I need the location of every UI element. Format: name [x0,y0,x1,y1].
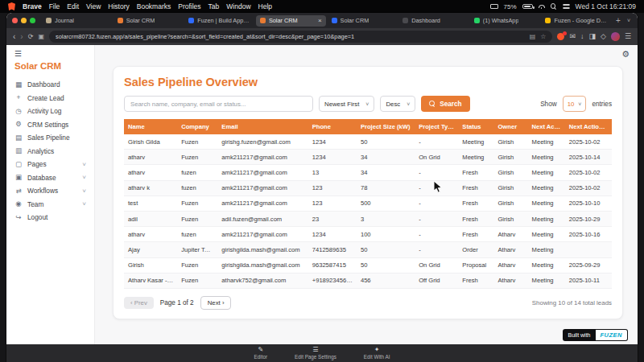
menu-help[interactable]: Help [258,2,272,10]
tab-solar-crm[interactable]: Solar CRM× [256,15,326,27]
tab-journal[interactable]: Journal [42,15,112,27]
reload-button[interactable]: ⟳ [28,33,34,41]
cell: 50 [357,257,415,273]
search-button[interactable]: Search [421,96,469,112]
display-icon[interactable] [490,4,498,9]
table-row: adilFuzenadil.fuzen@gmail.com233-FreshGi… [124,211,612,226]
new-tab-button[interactable]: + [614,17,622,25]
per-page-select[interactable]: 10 ˅ [563,96,587,112]
close-window-button[interactable] [12,18,18,23]
brave-logo-icon[interactable] [8,2,15,10]
column-header-phone: Phone [308,119,357,134]
browser-menu-icon[interactable]: ☰ [625,33,631,40]
tab-search-button[interactable]: ˅ [625,17,632,25]
cell: 1234 [308,227,357,242]
search-button-label: Search [440,101,461,108]
sidebar-item-team[interactable]: ◉Team˅ [6,198,94,212]
cell: - [415,227,458,242]
sidebar-item-sales-pipeline[interactable]: ▤Sales Pipeline [6,131,94,145]
sort-field-select[interactable]: Newest First ˅ [319,96,374,112]
wifi-icon[interactable] [539,5,545,9]
hamburger-menu-icon[interactable]: ☰ [14,50,86,58]
sidebar-item-label: Pages [27,160,47,168]
menu-brave[interactable]: Brave [23,2,42,10]
menu-profiles[interactable]: Profiles [178,2,200,10]
macos-menu-bar: BraveFileEditViewHistoryBookmarksProfile… [0,0,644,13]
url-field[interactable]: solarcrm80732.fuzen.app/a/sales_pipeline… [49,31,552,43]
minimize-window-button[interactable] [21,18,27,23]
cell: 50 [357,242,415,257]
table-row: GirishFuzengirishgilda.mash@gmail.com963… [124,257,612,273]
download-icon[interactable]: ↓ [580,33,584,40]
menubar-clock[interactable]: Wed 1 Oct 16:21:09 [576,2,636,10]
cell: 500 [357,195,415,211]
tab-1-whatsapp[interactable]: (1) WhatsApp [470,15,540,27]
sidebar-item-pages[interactable]: ▢Pages˅ [6,158,94,171]
sidebar-item-create-lead[interactable]: +Create Lead [6,92,94,105]
built-with-fuzen-badge[interactable]: Built with FUZEN [563,329,628,341]
prev-page-button[interactable]: ‹ Prev [124,297,154,309]
solar-crm-icon [118,18,123,23]
cell: 34 [357,150,415,165]
bookmark-star-icon[interactable]: ☆ [540,33,546,40]
editor-bar-editor[interactable]: ✎Editor [254,347,267,360]
editor-bar-edit-page-settings[interactable]: ☰Edit Page Settings [295,347,336,360]
search-input[interactable] [124,96,313,112]
control-center-icon[interactable] [563,3,570,10]
sidebar-item-activity-log[interactable]: ◷Activity Log [6,105,94,118]
settings-gear-icon[interactable]: ⚙ [621,49,630,60]
chevron-down-icon: ˅ [82,187,86,195]
tab-solar-crm[interactable]: Solar CRM [328,15,398,27]
column-header-project-size-kw: Project Size (kW) [357,119,415,134]
extensions-button[interactable] [557,33,564,40]
sidebar-item-dashboard[interactable]: ▦Dashboard [6,78,94,92]
sidebar-item-logout[interactable]: ↪Logout [6,211,94,224]
reader-mode-icon[interactable]: ▤ [530,33,536,40]
sidebar-item-label: Create Lead [27,94,64,102]
menu-view[interactable]: View [86,2,101,10]
next-page-button[interactable]: Next › [200,296,232,310]
battery-icon[interactable] [522,4,533,9]
cell: atharv [124,227,177,242]
split-view-icon[interactable]: ◨ [588,33,596,40]
tab-fuzen-build-apps-witho[interactable]: Fuzen | Build Apps Witho... [184,15,254,27]
menu-edit[interactable]: Edit [67,2,79,10]
cell: amk211217@gmail.com [217,150,308,165]
cell: adil.fuzen@gmail.com [217,211,308,226]
menu-file[interactable]: File [49,2,60,10]
sort-direction-select[interactable]: Desc ˅ [380,96,415,112]
tab-solar-crm[interactable]: Solar CRM [114,15,184,27]
menu-bookmarks[interactable]: Bookmarks [137,2,171,10]
zoom-window-button[interactable] [30,18,35,23]
editor-bar-edit-with-ai[interactable]: ✦Edit With AI [364,347,390,360]
page-title: Sales Pipeline Overview [124,76,612,88]
cell: Meeting [528,211,565,226]
cell: Girish [493,165,527,180]
forward-button[interactable]: › [20,33,23,41]
tab-dashboard[interactable]: Dashboard [398,15,469,27]
tab-title: Solar CRM [341,17,369,24]
sidebar-item-database[interactable]: ▣Database˅ [6,171,94,185]
menu-history[interactable]: History [108,2,129,10]
bookmarks-icon[interactable]: ▣ [38,33,44,40]
menu-tab[interactable]: Tab [208,2,220,10]
drive-icon [545,18,551,23]
close-tab-icon[interactable]: × [318,17,322,24]
window-controls [12,18,35,23]
cell: Girish [493,211,527,226]
table-row: Girish GildaFuzengirishg.fuzen@gmail.com… [124,134,612,150]
menu-window[interactable]: Window [226,2,250,10]
back-button[interactable]: ‹ [13,33,15,41]
cell: 100 [357,227,415,242]
profile-avatar[interactable] [611,32,620,41]
pipeline-icon: ▤ [14,134,23,142]
sidebar-item-analytics[interactable]: ▥Analytics [6,145,94,158]
fuzen-icon [188,18,194,23]
tab-fuzen-google-drive[interactable]: Fuzen - Google Drive [541,15,611,27]
sidebar-item-workflows[interactable]: ⇄Workflows˅ [6,184,94,198]
wallet-icon[interactable]: ◇ [601,33,606,40]
sidebar-item-crm-settings[interactable]: ⚙CRM Settings [6,118,94,132]
chat-icon[interactable]: ✉ [569,33,576,40]
cell: Girish [124,257,177,273]
spotlight-search-icon[interactable] [551,3,557,10]
